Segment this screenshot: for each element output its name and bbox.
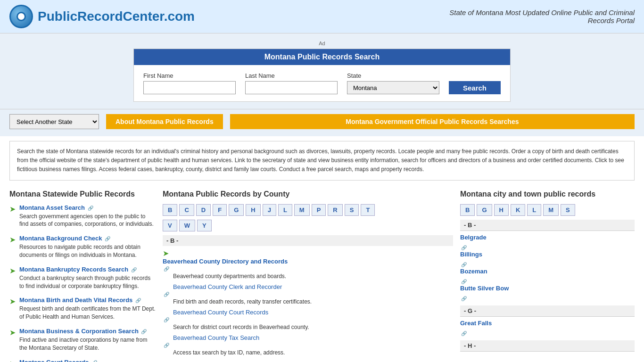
list-item: ➤ Montana Asset Search 🔗 Search governme… <box>9 204 156 229</box>
external-link-icon: 🔗 <box>131 267 137 272</box>
external-link-icon: 🔗 <box>461 245 467 250</box>
alpha-btn-l[interactable]: L <box>278 204 292 216</box>
city-alpha-btn-h[interactable]: H <box>494 204 509 216</box>
alpha-btn-p[interactable]: P <box>312 204 326 216</box>
nav-bar: Select Another State Alabama Alaska Ariz… <box>0 109 644 136</box>
city-alpha-btn-s[interactable]: S <box>561 204 575 216</box>
record-content: Montana Business & Corporation Search 🔗 … <box>19 328 156 352</box>
last-name-input[interactable] <box>245 81 338 94</box>
arrow-icon: ➤ <box>9 235 16 259</box>
alpha-btn-s[interactable]: S <box>345 204 359 216</box>
alpha-btn-r[interactable]: R <box>328 204 342 216</box>
butte-link[interactable]: Butte Silver Bow <box>460 285 635 292</box>
belgrade-link[interactable]: Belgrade <box>460 234 635 241</box>
background-check-desc: Resources to navigate public records and… <box>19 243 156 259</box>
alpha-btn-g[interactable]: G <box>229 204 244 216</box>
external-link-icon: 🔗 <box>91 360 97 362</box>
middle-column: Montana Public Records by County B C D F… <box>156 190 460 362</box>
great-falls-link[interactable]: Great Falls <box>460 320 635 327</box>
city-alpha-btn-k[interactable]: K <box>511 204 525 216</box>
logo-area: PublicRecordCenter.com <box>9 5 195 28</box>
list-item: ➤ Montana Birth and Death Vital Records … <box>9 296 156 321</box>
beaverhead-dir-link[interactable]: Beaverhead County Directory and Records <box>163 258 453 265</box>
last-name-label: Last Name <box>245 72 338 79</box>
description-box: Search the state of Montana statewide re… <box>9 141 635 181</box>
alpha-btn-b[interactable]: B <box>163 204 177 216</box>
business-corp-link[interactable]: Montana Business & Corporation Search <box>19 328 139 335</box>
asset-search-desc: Search government agencies open to the p… <box>19 213 156 229</box>
alpha-btn-t[interactable]: T <box>361 204 375 216</box>
external-link-icon: 🔗 <box>105 236 110 241</box>
beaverhead-court-link[interactable]: Beaverhead County Court Records <box>173 309 453 316</box>
alpha-btn-v[interactable]: V <box>163 220 177 231</box>
about-button[interactable]: About Montana Public Records <box>106 114 223 129</box>
county-item-beaverhead: ➤ Beaverhead County Directory and Record… <box>163 249 453 356</box>
alpha-btn-m[interactable]: M <box>294 204 310 216</box>
ad-form: First Name Last Name State Montana Alaba… <box>134 65 510 101</box>
beaverhead-tax-desc: Access tax search by tax ID, name, addre… <box>173 349 453 356</box>
alpha-btn-d[interactable]: D <box>196 204 211 216</box>
arrow-icon: ➤ <box>9 205 16 229</box>
beaverhead-court-desc: Search for district court records in Bea… <box>173 324 453 330</box>
state-dropdown[interactable]: Select Another State Alabama Alaska Ariz… <box>9 114 99 129</box>
gov-button[interactable]: Montana Government Official Public Recor… <box>230 114 635 129</box>
beaverhead-clerk-link[interactable]: Beaverhead County Clerk and Recorder <box>173 283 453 290</box>
city-alpha-btn-b[interactable]: B <box>460 204 475 216</box>
external-link-icon: 🔗 <box>461 279 467 284</box>
site-logo-text: PublicRecordCenter.com <box>38 9 195 24</box>
alpha-btn-y[interactable]: Y <box>197 220 212 231</box>
record-content: Montana Birth and Death Vital Records 🔗 … <box>19 296 156 321</box>
city-section-g: - G - <box>460 305 635 317</box>
city-alpha-btn-m[interactable]: M <box>543 204 559 216</box>
asset-search-link[interactable]: Montana Asset Search <box>19 204 85 211</box>
external-link-icon: 🔗 <box>164 317 169 322</box>
background-check-link[interactable]: Montana Background Check <box>19 235 102 242</box>
right-column: Montana city and town public records B G… <box>460 190 635 362</box>
first-name-group: First Name <box>143 72 236 94</box>
state-select[interactable]: Montana Alabama Alaska Arizona <box>347 81 439 94</box>
header: PublicRecordCenter.com State of Montana … <box>0 0 644 33</box>
beaverhead-tax-link[interactable]: Beaverhead County Tax Search <box>173 334 453 341</box>
external-link-icon: 🔗 <box>135 298 141 303</box>
city-section-b: - B - <box>460 220 635 231</box>
ad-label: Ad <box>9 41 635 46</box>
list-item: ➤ Montana Business & Corporation Search … <box>9 328 156 352</box>
list-item: ➤ Montana Court Records 🔗 <box>9 359 156 362</box>
alpha-btn-c[interactable]: C <box>179 204 194 216</box>
city-alpha-btn-l[interactable]: L <box>527 204 541 216</box>
external-link-icon: 🔗 <box>164 343 169 348</box>
bankruptcy-link[interactable]: Montana Bankruptcy Records Search <box>19 266 128 273</box>
right-col-title: Montana city and town public records <box>460 190 635 198</box>
record-content: Montana Bankruptcy Records Search 🔗 Cond… <box>19 266 156 290</box>
business-corp-desc: Find active and inactive corporations by… <box>19 336 156 352</box>
court-records-link[interactable]: Montana Court Records <box>19 359 89 362</box>
billings-link[interactable]: Billings <box>460 251 635 258</box>
beaverhead-dir-desc: Beaverhead county departments and boards… <box>173 273 453 280</box>
city-alpha-row: B G H K L M S <box>460 204 635 216</box>
state-label: State <box>347 72 439 79</box>
ad-title: Montana Public Records Search <box>134 49 510 65</box>
alpha-btn-w[interactable]: W <box>179 220 195 231</box>
list-item: ➤ Montana Background Check 🔗 Resources t… <box>9 235 156 259</box>
bozeman-link[interactable]: Bozeman <box>460 268 635 275</box>
external-link-icon: 🔗 <box>461 262 467 267</box>
city-section-h: - H - <box>460 340 635 352</box>
alpha-btn-f[interactable]: F <box>213 204 227 216</box>
external-link-icon: 🔗 <box>461 296 467 301</box>
external-link-icon: 🔗 <box>141 329 147 334</box>
city-alpha-btn-g[interactable]: G <box>477 204 492 216</box>
birth-death-link[interactable]: Montana Birth and Death Vital Records <box>19 296 132 304</box>
arrow-icon: ➤ <box>9 328 16 352</box>
ad-search-button[interactable]: Search <box>449 81 501 94</box>
arrow-icon: ➤ <box>9 359 16 362</box>
birth-death-desc: Request birth and death certificates fro… <box>19 305 156 321</box>
county-section-b: - B - <box>163 235 453 246</box>
county-item-bighorn: ➤ Big Horn County Directory and Records … <box>163 361 453 362</box>
record-content: Montana Background Check 🔗 Resources to … <box>19 235 156 259</box>
header-tagline: State of Montana Most Updated Online Pub… <box>437 8 635 25</box>
alpha-btn-h[interactable]: H <box>246 204 260 216</box>
arrow-icon: ➤ <box>9 297 16 321</box>
first-name-input[interactable] <box>143 81 236 94</box>
arrow-icon: ➤ <box>163 249 169 257</box>
alpha-btn-j[interactable]: J <box>263 204 276 216</box>
